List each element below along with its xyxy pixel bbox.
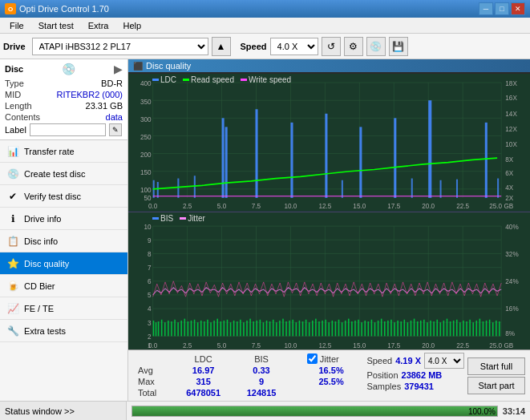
write-speed-legend-label: Write speed	[249, 75, 291, 84]
svg-rect-132	[216, 318, 218, 336]
svg-rect-182	[381, 318, 382, 336]
svg-rect-157	[299, 320, 301, 335]
svg-rect-212	[479, 318, 481, 336]
sidebar-item-disc-info[interactable]: 📋 Disc info	[0, 230, 127, 252]
svg-rect-188	[400, 321, 402, 336]
svg-text:10: 10	[144, 222, 152, 231]
speed-dropdown[interactable]: 4.0 X 2.0 X 8.0 X	[424, 353, 464, 369]
svg-rect-196	[427, 322, 428, 336]
svg-rect-128	[204, 321, 205, 336]
disc-type-label: Type	[5, 79, 24, 88]
sidebar-item-verify-test-disc[interactable]: ✔ Verify test disc	[0, 185, 127, 208]
svg-rect-60	[428, 100, 431, 198]
svg-rect-116	[164, 322, 166, 336]
read-speed-legend-dot	[183, 79, 189, 81]
svg-text:25.0 GB: 25.0 GB	[489, 202, 513, 210]
label-edit-button[interactable]: ✎	[109, 123, 122, 136]
sidebar-item-disc-quality[interactable]: ⭐ Disc quality	[0, 252, 127, 275]
bis-header: BIS	[234, 353, 289, 365]
jitter-checkbox[interactable]	[307, 353, 318, 364]
svg-rect-134	[224, 320, 225, 335]
disc-contents-row: Contents data	[5, 112, 123, 122]
svg-rect-112	[153, 320, 155, 335]
main-container: Disc 💿 ▶ Type BD-R MID RITEKBR2 (000) Le…	[0, 59, 530, 401]
eject-button[interactable]: ▲	[212, 37, 231, 56]
speed-select[interactable]: 4.0 X 2.0 X 8.0 X	[270, 38, 318, 55]
sidebar-label-transfer-rate: Transfer rate	[24, 147, 75, 156]
svg-text:15.0: 15.0	[353, 202, 366, 210]
total-bis: 124815	[234, 387, 289, 398]
extra-tests-icon: 🔧	[6, 325, 19, 337]
svg-rect-121	[180, 320, 182, 335]
refresh-button[interactable]: ↺	[322, 37, 341, 56]
sidebar-item-drive-info[interactable]: ℹ Drive info	[0, 208, 127, 230]
svg-rect-163	[318, 321, 320, 336]
svg-rect-126	[197, 322, 199, 336]
ldc-legend: LDC	[152, 75, 176, 84]
avg-jitter: 16.5%	[302, 365, 361, 376]
samples-row: Samples 379431	[366, 382, 464, 391]
avg-bis: 0.33	[234, 365, 289, 376]
svg-rect-136	[230, 322, 232, 336]
disc-button[interactable]: 💿	[366, 37, 386, 56]
settings-button[interactable]: ⚙	[344, 37, 363, 56]
disc-length-value: 23.31 GB	[86, 101, 123, 111]
statusbar: Status window >> 100.0% 33:14	[0, 401, 530, 420]
start-full-button[interactable]: Start full	[467, 357, 525, 375]
sidebar-item-extra-tests[interactable]: 🔧 Extra tests	[0, 320, 127, 342]
svg-rect-131	[213, 320, 215, 335]
svg-rect-119	[174, 319, 176, 336]
disc-type-row: Type BD-R	[5, 79, 123, 88]
svg-rect-215	[489, 319, 491, 336]
titlebar-controls[interactable]: ─ □ ✕	[479, 2, 525, 15]
svg-rect-129	[207, 319, 208, 336]
svg-rect-175	[358, 319, 359, 336]
menu-help[interactable]: Help	[116, 19, 148, 32]
speed-label: Speed	[241, 42, 267, 51]
svg-rect-0	[128, 74, 530, 212]
svg-rect-211	[476, 320, 478, 335]
sidebar-item-create-test-disc[interactable]: 💿 Create test disc	[0, 163, 127, 185]
svg-rect-147	[266, 320, 268, 335]
save-button[interactable]: 💾	[389, 37, 408, 56]
maximize-button[interactable]: □	[495, 2, 509, 15]
action-buttons: Start full Start part	[467, 353, 525, 398]
svg-text:10X: 10X	[505, 139, 517, 147]
svg-rect-57	[359, 127, 362, 198]
sidebar-item-fe-te[interactable]: 📈 FE / TE	[0, 297, 127, 320]
svg-text:2: 2	[148, 332, 152, 341]
menu-file[interactable]: File	[3, 19, 30, 32]
status-window-button[interactable]: Status window >>	[0, 402, 127, 421]
svg-rect-216	[492, 322, 494, 336]
avg-ldc: 16.97	[172, 365, 234, 376]
progress-text: 100.0%	[468, 406, 496, 418]
svg-rect-140	[243, 322, 245, 336]
start-part-button[interactable]: Start part	[467, 377, 525, 394]
menu-extra[interactable]: Extra	[82, 19, 115, 32]
app-title: Opti Drive Control 1.70	[19, 4, 109, 14]
disc-label-input[interactable]	[30, 123, 106, 136]
disc-title: Disc	[5, 64, 23, 74]
svg-rect-173	[351, 321, 353, 336]
verify-test-disc-icon: ✔	[6, 190, 19, 203]
svg-text:16X: 16X	[505, 94, 517, 102]
sidebar-item-cd-bier[interactable]: 🍺 CD Bier	[0, 275, 127, 297]
jitter-legend: Jitter	[180, 214, 205, 223]
total-row: Total 6478051 124815	[133, 387, 360, 398]
svg-rect-194	[420, 320, 422, 335]
close-button[interactable]: ✕	[511, 2, 525, 15]
sidebar-label-cd-bier: CD Bier	[24, 281, 55, 291]
drive-select[interactable]: ATAPI iHBS312 2 PL17	[32, 38, 208, 55]
minimize-button[interactable]: ─	[479, 2, 493, 15]
svg-rect-143	[253, 321, 254, 336]
menu-start-test[interactable]: Start test	[32, 19, 80, 32]
svg-rect-153	[285, 321, 287, 336]
jitter-checkbox-label[interactable]: Jitter	[307, 353, 356, 364]
svg-rect-166	[328, 322, 330, 336]
sidebar-item-transfer-rate[interactable]: 📊 Transfer rate	[0, 140, 127, 163]
ldc-legend-dot	[152, 79, 159, 81]
svg-rect-165	[325, 319, 326, 336]
svg-text:8X: 8X	[505, 155, 513, 163]
svg-text:10.0: 10.0	[284, 341, 297, 349]
nav-items: 📊 Transfer rate 💿 Create test disc ✔ Ver…	[0, 140, 127, 401]
